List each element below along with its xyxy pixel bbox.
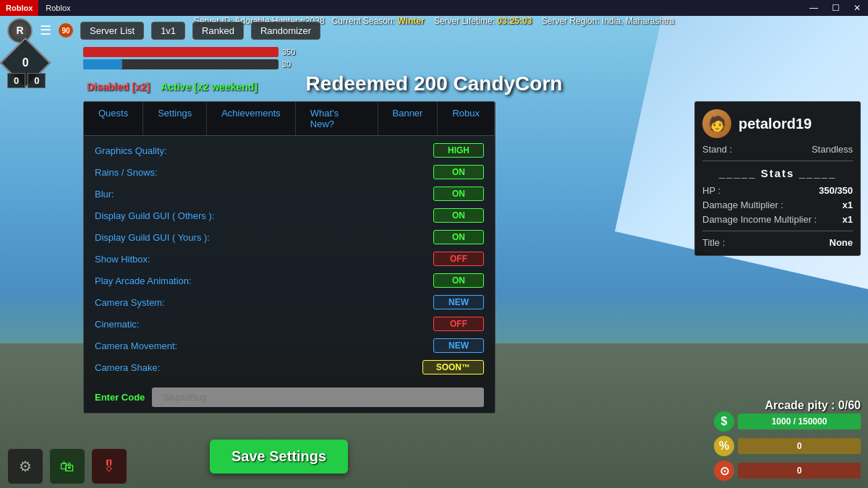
tab-banner[interactable]: Banner: [378, 102, 438, 135]
stats-title: _____ Stats _____: [702, 167, 853, 179]
setting-label-8: Cinematic:: [95, 319, 139, 330]
setting-row: Display Guild GUI ( Others ):ON: [84, 205, 495, 226]
save-settings-button[interactable]: Save Settings: [210, 440, 348, 474]
damage-income-row: Damage Income Multiplier : x1: [702, 214, 853, 225]
stats-divider: [702, 160, 853, 161]
score-b: 0: [27, 73, 46, 88]
setting-toggle-5[interactable]: OFF: [433, 252, 484, 266]
setting-toggle-8[interactable]: OFF: [433, 317, 484, 331]
setting-row: Camera Movement:NEW: [84, 335, 495, 356]
tab-quests[interactable]: Quests: [84, 102, 143, 135]
ranked-button[interactable]: Ranked: [192, 22, 244, 40]
damage-mult-row: Damage Multiplier : x1: [702, 200, 853, 210]
setting-label-9: Camera Movement:: [95, 341, 177, 351]
hp-stat-value: 350/350: [819, 185, 853, 196]
tab-settings[interactable]: Settings: [143, 102, 207, 135]
tab-whats-new[interactable]: What's New?: [296, 102, 378, 135]
avatar-icon: 🧑: [708, 115, 726, 132]
code-input[interactable]: [152, 388, 484, 407]
score-area: 0 0 0: [7, 45, 47, 85]
setting-toggle-6[interactable]: ON: [433, 273, 484, 288]
damage-mult-label: Damage Multiplier :: [702, 200, 783, 210]
setting-toggle-7[interactable]: NEW: [433, 295, 484, 309]
health-bars: 350 30: [83, 47, 307, 72]
score-numbers: 0 0: [7, 73, 46, 88]
stand-value: Standless: [812, 144, 853, 155]
hp-bar-row: 350: [83, 47, 307, 57]
setting-row: Rains / Snows:ON: [84, 161, 495, 183]
shop-button[interactable]: 🛍: [49, 448, 85, 484]
settings-panel: Quests Settings Achievements What's New?…: [83, 101, 495, 414]
setting-label-5: Show Hitbox:: [95, 254, 150, 265]
arcade-label: Arcade pity : 0/60: [765, 399, 861, 412]
topbar-controls: — ☐ ✕: [803, 0, 868, 16]
player-avatar: 🧑: [702, 109, 731, 138]
setting-row: Show Hitbox:OFF: [84, 248, 495, 270]
player-header: 🧑 petalord19: [702, 109, 853, 138]
gear-button[interactable]: ⚙: [7, 448, 43, 484]
setting-label-4: Display Guild GUI ( Yours ):: [95, 232, 210, 243]
setting-toggle-0[interactable]: HIGH: [433, 143, 484, 158]
stand-row: Stand : Standless: [702, 144, 853, 155]
setting-label-3: Display Guild GUI ( Others ):: [95, 210, 214, 221]
randomizer-button[interactable]: Randomizer: [251, 22, 320, 40]
coin-icon: ⊙: [714, 461, 734, 481]
enter-code-row: Enter Code: [84, 382, 495, 413]
currency-bars: $ 1000 / 150000 % 0 ⊙ 0: [714, 411, 861, 481]
percent-icon: %: [714, 436, 734, 456]
hp-stat-label: HP :: [702, 185, 720, 196]
roblox-game-logo: R: [7, 18, 33, 43]
setting-row: Display Guild GUI ( Yours ):ON: [84, 226, 495, 248]
status-banners: Disabled [x2] Active [x2 weekend]: [87, 81, 258, 93]
title-divider: [702, 231, 853, 231]
hp-bar-bg: [83, 47, 278, 57]
setting-label-1: Rains / Snows:: [95, 167, 158, 178]
damage-income-value: x1: [843, 214, 853, 225]
1v1-button[interactable]: 1v1: [151, 22, 185, 40]
tab-bar: Quests Settings Achievements What's New?…: [84, 102, 495, 136]
setting-row: Graphics Quality:HIGH: [84, 140, 495, 161]
settings-list: Graphics Quality:HIGHRains / Snows:ONBlu…: [84, 136, 495, 382]
tab-achievements[interactable]: Achievements: [207, 102, 296, 135]
xp-bar-bg: [83, 59, 278, 69]
setting-row: Play Arcade Animation:ON: [84, 270, 495, 291]
setting-row: Camera System:NEW: [84, 291, 495, 313]
main-score: 0: [22, 56, 29, 69]
alert-button[interactable]: 🎖: [91, 448, 127, 484]
setting-label-10: Camera Shake:: [95, 362, 160, 373]
hp-label: 350: [282, 48, 295, 56]
setting-toggle-10[interactable]: SOON™: [422, 360, 484, 374]
server-list-button[interactable]: Server List: [80, 22, 144, 40]
setting-toggle-2[interactable]: ON: [433, 187, 484, 201]
setting-row: Blur:ON: [84, 183, 495, 205]
hud-nav: R ☰ 90 Server List 1v1 Ranked Randomizer: [7, 18, 320, 43]
damage-mult-value: x1: [843, 200, 853, 210]
minimize-button[interactable]: —: [803, 0, 825, 16]
hp-stat-row: HP : 350/350: [702, 185, 853, 196]
setting-toggle-1[interactable]: ON: [433, 165, 484, 179]
setting-toggle-4[interactable]: ON: [433, 230, 484, 244]
dollar-currency-row: $ 1000 / 150000: [714, 411, 861, 432]
setting-toggle-3[interactable]: ON: [433, 208, 484, 223]
dollar-bar: 1000 / 150000: [738, 414, 861, 429]
roblox-logo: Roblox: [0, 0, 38, 16]
hamburger-menu-icon[interactable]: ☰: [40, 22, 51, 38]
setting-row: Cinematic:OFF: [84, 313, 495, 335]
title-value: None: [830, 237, 854, 248]
title-label: Title :: [702, 237, 725, 248]
score-a: 0: [7, 73, 25, 88]
coin-bar: 0: [738, 463, 861, 479]
maximize-button[interactable]: ☐: [825, 0, 846, 16]
redeemed-banner: Redeemed 200 CandyCorn: [306, 72, 563, 95]
setting-label-7: Camera System:: [95, 297, 165, 308]
close-button[interactable]: ✕: [846, 0, 868, 16]
setting-toggle-9[interactable]: NEW: [433, 338, 484, 353]
stand-label: Stand :: [702, 144, 732, 155]
percent-currency-row: % 0: [714, 436, 861, 456]
notification-badge[interactable]: 90: [59, 23, 73, 38]
player-stats-panel: 🧑 petalord19 Stand : Standless _____ Sta…: [694, 101, 861, 256]
xp-bar-fill: [83, 59, 122, 69]
topbar-title: Roblox: [38, 4, 77, 12]
tab-robux[interactable]: Robux: [438, 102, 495, 135]
game-hud-top: R ☰ 90 Server List 1v1 Ranked Randomizer: [0, 16, 868, 45]
